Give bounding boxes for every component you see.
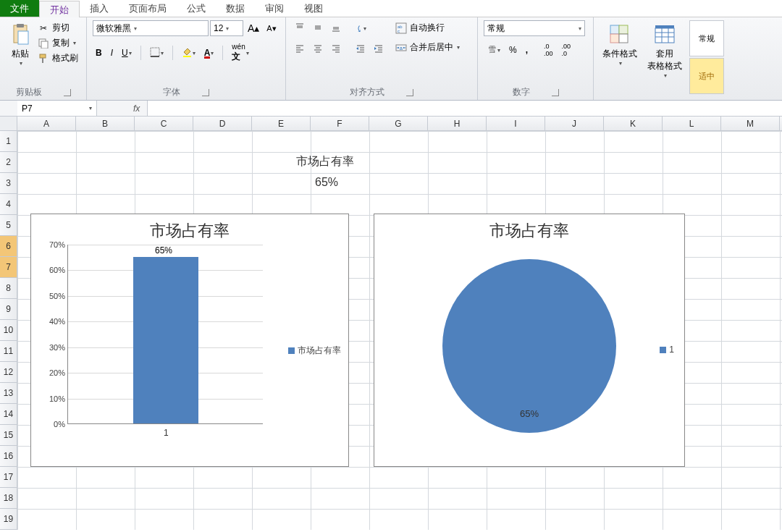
copy-button[interactable]: 复制 ▾ — [38, 35, 78, 51]
group-label: 剪贴板 — [16, 86, 42, 98]
col-header[interactable]: E — [252, 117, 311, 130]
row-header[interactable]: 3 — [0, 173, 17, 194]
align-top-button[interactable] — [292, 20, 308, 37]
col-header[interactable]: D — [193, 117, 252, 130]
bold-icon: B — [96, 48, 102, 58]
tab-review[interactable]: 审阅 — [255, 0, 294, 17]
row-header[interactable]: 2 — [0, 152, 17, 173]
row-header[interactable]: 6 — [0, 236, 17, 257]
legend-swatch — [660, 347, 666, 353]
tab-insert[interactable]: 插入 — [80, 0, 119, 17]
wrap-text-button[interactable]: abc 自动换行 — [395, 20, 460, 35]
file-tab[interactable]: 文件 — [0, 0, 39, 17]
cut-button[interactable]: ✂ 剪切 — [38, 20, 78, 35]
increase-decimal-button[interactable]: .0.00 — [541, 41, 556, 59]
row-header[interactable]: 12 — [0, 362, 17, 383]
col-header[interactable]: I — [487, 117, 545, 130]
fill-color-button[interactable]: ▾ — [179, 45, 198, 62]
brush-icon — [38, 53, 49, 64]
currency-button[interactable]: 雪▾ — [484, 42, 503, 59]
number-format-combo[interactable]: 常规▾ — [484, 20, 585, 36]
select-all-corner[interactable] — [0, 117, 17, 130]
row-header[interactable]: 13 — [0, 383, 17, 404]
svg-rect-46 — [610, 34, 619, 43]
font-size-combo[interactable]: 12▾ — [210, 20, 243, 36]
row-header[interactable]: 8 — [0, 278, 17, 299]
paste-button[interactable]: 粘贴 ▾ — [6, 20, 35, 69]
fx-icon[interactable]: fx — [126, 104, 147, 114]
underline-button[interactable]: U▾ — [119, 46, 135, 60]
tab-page-layout[interactable]: 页面布局 — [119, 0, 177, 17]
row-header[interactable]: 16 — [0, 446, 17, 467]
decrease-font-button[interactable]: A▾ — [264, 22, 279, 35]
align-right-button[interactable] — [328, 41, 344, 58]
name-box[interactable]: P7 ▾ — [17, 101, 97, 116]
font-color-button[interactable]: A▾ — [201, 46, 217, 61]
dialog-launcher-icon[interactable] — [64, 89, 71, 96]
y-tick-label: 10% — [39, 394, 65, 403]
group-styles: 条件格式 ▾ 套用 表格格式 ▾ 常规 适中 — [594, 17, 782, 100]
font-name-combo[interactable]: 微软雅黑▾ — [93, 20, 209, 36]
row-header[interactable]: 1 — [0, 131, 17, 152]
align-left-button[interactable] — [292, 41, 308, 58]
bar-chart-object[interactable]: 市场占有率 市场占有率 0%10%20%30%40%50%60%70%65%1 — [30, 214, 349, 467]
col-header[interactable]: K — [604, 117, 663, 130]
align-middle-button[interactable] — [310, 20, 326, 37]
col-header[interactable]: J — [545, 117, 604, 130]
row-header[interactable]: 7 — [0, 257, 17, 278]
increase-indent-button[interactable] — [371, 41, 387, 58]
col-header[interactable]: G — [369, 117, 428, 130]
tab-data[interactable]: 数据 — [216, 0, 255, 17]
percent-button[interactable]: % — [506, 43, 520, 57]
row-header[interactable]: 14 — [0, 404, 17, 425]
formula-bar: P7 ▾ fx — [0, 101, 782, 117]
format-as-table-button[interactable]: 套用 表格格式 ▾ — [644, 20, 685, 82]
col-header[interactable]: B — [76, 117, 135, 130]
y-tick-label: 30% — [39, 343, 65, 352]
col-header[interactable]: C — [135, 117, 193, 130]
col-header[interactable]: H — [428, 117, 487, 130]
comma-button[interactable]: , — [523, 43, 531, 57]
col-header[interactable]: M — [721, 117, 780, 130]
borders-icon — [150, 47, 160, 59]
dialog-launcher-icon[interactable] — [406, 89, 413, 96]
phonetic-button[interactable]: wén文▾ — [229, 41, 251, 65]
bold-button[interactable]: B — [93, 46, 105, 60]
style-normal[interactable]: 常规 — [689, 20, 724, 56]
tab-home[interactable]: 开始 — [39, 1, 80, 17]
merge-center-button[interactable]: a 合并后居中 ▾ — [395, 40, 460, 55]
group-label: 数字 — [513, 86, 530, 98]
borders-button[interactable]: ▾ — [147, 45, 167, 62]
conditional-formatting-button[interactable]: 条件格式 ▾ — [600, 20, 640, 69]
col-header[interactable]: A — [17, 117, 76, 130]
dialog-launcher-icon[interactable] — [202, 89, 209, 96]
pie-chart-object[interactable]: 市场占有率 1 65% — [374, 214, 685, 467]
align-center-button[interactable] — [310, 41, 326, 58]
align-bottom-button[interactable] — [328, 20, 344, 37]
italic-button[interactable]: I — [108, 46, 116, 60]
row-header[interactable]: 11 — [0, 341, 17, 362]
increase-font-button[interactable]: A▴ — [245, 20, 262, 36]
cells-area[interactable]: 市场占有率 65% 市场占有率 市场占有率 0%10%20%30%40%50%6… — [17, 131, 782, 530]
col-header[interactable]: F — [311, 117, 369, 130]
decrease-decimal-button[interactable]: .00.0 — [559, 41, 574, 59]
style-good[interactable]: 适中 — [689, 58, 724, 94]
tab-view[interactable]: 视图 — [294, 0, 333, 17]
row-header[interactable]: 18 — [0, 488, 17, 509]
orientation-button[interactable]: ⤹▾ — [353, 22, 369, 36]
row-header[interactable]: 10 — [0, 320, 17, 341]
dialog-launcher-icon[interactable] — [552, 89, 559, 96]
formula-input[interactable] — [147, 101, 782, 116]
row-header[interactable]: 19 — [0, 509, 17, 530]
row-header[interactable]: 5 — [0, 215, 17, 236]
row-header[interactable]: 4 — [0, 194, 17, 215]
cut-label: 剪切 — [52, 22, 70, 34]
format-painter-button[interactable]: 格式刷 — [38, 51, 78, 66]
decrease-indent-button[interactable] — [353, 41, 369, 58]
row-header[interactable]: 9 — [0, 299, 17, 320]
row-header[interactable]: 15 — [0, 425, 17, 446]
paste-label: 粘贴 — [12, 48, 29, 60]
col-header[interactable]: L — [663, 117, 721, 130]
tab-formulas[interactable]: 公式 — [177, 0, 216, 17]
row-header[interactable]: 17 — [0, 467, 17, 488]
